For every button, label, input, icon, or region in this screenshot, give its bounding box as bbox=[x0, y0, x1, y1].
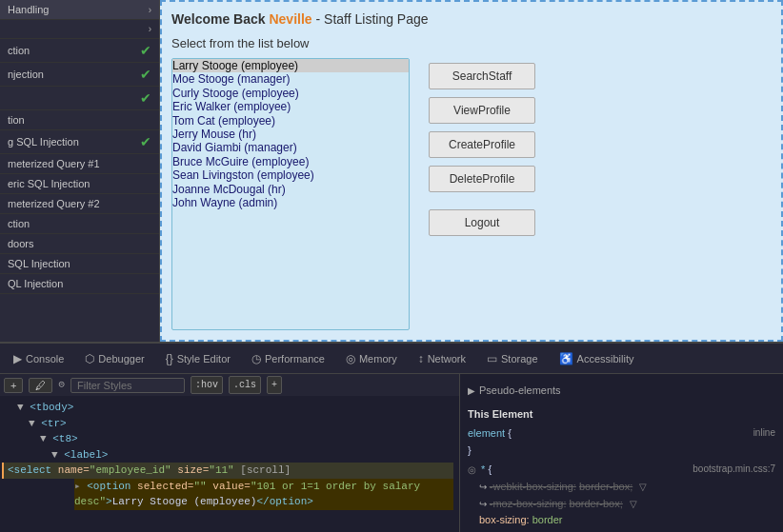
sidebar-item-sql2[interactable]: SQL Injection bbox=[0, 254, 159, 274]
arrow-icon: › bbox=[149, 5, 151, 15]
debugger-icon: ⬡ bbox=[85, 352, 94, 365]
sidebar-item-handling[interactable]: Handling › bbox=[0, 0, 159, 20]
staff-option-jerry[interactable]: Jerry Mouse (hr) bbox=[172, 128, 409, 141]
staff-option-bruce[interactable]: Bruce McGuire (employee) bbox=[172, 155, 409, 168]
devtools-panel: ▶ Console ⬡ Debugger {} Style Editor ◷ P… bbox=[0, 342, 783, 532]
style-panel-content: ▶ Pseudo-elements This Element element i… bbox=[460, 374, 783, 532]
delete-profile-button[interactable]: DeleteProfile bbox=[429, 166, 535, 192]
add-element-button[interactable]: + bbox=[4, 378, 23, 393]
sidebar: Handling › › ction ✔ njection ✔ ✔ tion g… bbox=[0, 0, 160, 342]
collapse-icon[interactable]: ▼ bbox=[40, 433, 47, 444]
css-prop-box-sizing: box-sizing: border bbox=[479, 512, 775, 529]
html-line-t8: ▼ <t8> bbox=[6, 431, 453, 447]
tab-style-editor[interactable]: {} Style Editor bbox=[156, 348, 240, 369]
css-prop-name: -webkit-box-sizing: bbox=[490, 481, 576, 492]
collapse-icon[interactable]: ▼ bbox=[29, 418, 35, 429]
sidebar-item-param-query2[interactable]: meterized Query #2 bbox=[0, 194, 159, 214]
welcome-rest: - Staff Listing Page bbox=[316, 11, 429, 27]
tab-debugger[interactable]: ⬡ Debugger bbox=[75, 348, 153, 369]
staff-option-sean[interactable]: Sean Livingston (employee) bbox=[172, 168, 409, 182]
css-prop-val: border-box; bbox=[579, 481, 632, 492]
staff-option-tom[interactable]: Tom Cat (employee) bbox=[172, 114, 409, 128]
select-label: Select from the list below bbox=[171, 36, 772, 50]
sidebar-item-injection[interactable]: njection ✔ bbox=[0, 63, 159, 87]
arrow-icon: › bbox=[149, 24, 151, 34]
sidebar-item-ql-injection[interactable]: QL Injection bbox=[0, 274, 159, 294]
view-profile-button[interactable]: ViewProfile bbox=[429, 97, 535, 124]
style-inspector: ▶ Pseudo-elements This Element element i… bbox=[459, 374, 783, 532]
accessibility-icon: ♿ bbox=[559, 352, 573, 365]
hov-button[interactable]: :hov bbox=[191, 376, 223, 394]
style-editor-icon: {} bbox=[166, 352, 173, 365]
plus-button[interactable]: + bbox=[267, 376, 282, 394]
check-icon: ✔ bbox=[140, 90, 151, 106]
staff-option-curly[interactable]: Curly Stooge (employee) bbox=[172, 87, 409, 100]
tab-console[interactable]: ▶ Console bbox=[4, 348, 73, 369]
welcome-bar: Welcome Back Neville - Staff Listing Pag… bbox=[171, 11, 772, 27]
css-star-selector: * bbox=[481, 463, 485, 475]
this-element-title: This Element bbox=[468, 406, 775, 424]
sidebar-item-label: eric SQL Injection bbox=[8, 178, 90, 189]
css-rule-star: ◎ * { bootstrap.min.css:7 ↪ -webkit-box-… bbox=[468, 462, 775, 528]
css-prop-name: box-sizing: bbox=[479, 514, 530, 525]
tab-network-label: Network bbox=[428, 353, 466, 365]
tab-debugger-label: Debugger bbox=[98, 353, 144, 365]
html-line-select[interactable]: <select name="employee_id" size="11" [sc… bbox=[2, 463, 453, 479]
sidebar-item-label: ction bbox=[8, 218, 30, 229]
console-icon: ▶ bbox=[13, 352, 22, 365]
sidebar-item-ction2[interactable]: ction bbox=[0, 214, 159, 234]
tab-network[interactable]: ↕ Network bbox=[409, 348, 475, 369]
staff-option-john[interactable]: John Wayne (admin) bbox=[172, 196, 409, 209]
sidebar-item-4[interactable]: ✔ bbox=[0, 87, 159, 110]
css-prop-moz: ↪ -moz-box-sizing: border-box; ▽ bbox=[479, 496, 775, 513]
filter-icon: ▽ bbox=[630, 499, 637, 509]
cls-button[interactable]: .cls bbox=[229, 376, 261, 394]
sidebar-item-label: meterized Query #2 bbox=[8, 198, 100, 209]
web-preview: Welcome Back Neville - Staff Listing Pag… bbox=[160, 0, 783, 342]
pseudo-elements-label: Pseudo-elements bbox=[479, 383, 561, 400]
css-rule-element: element inline { } bbox=[468, 425, 775, 459]
staff-option-joanne[interactable]: Joanne McDougal (hr) bbox=[172, 183, 409, 196]
check-icon: ✔ bbox=[140, 67, 151, 82]
collapse-icon[interactable]: ▼ bbox=[51, 449, 58, 461]
staff-option-larry[interactable]: Larry Stooge (employee) bbox=[172, 59, 409, 72]
sidebar-item-param-query1[interactable]: meterized Query #1 bbox=[0, 154, 159, 174]
css-brace: { bbox=[488, 463, 492, 475]
html-inspector: + 🖊 ⊝ :hov .cls + ▼ <tbody> ▼ <tr> ▼ <t8… bbox=[0, 374, 459, 532]
css-properties: ↪ -webkit-box-sizing: border-box; ▽ ↪ -m… bbox=[468, 479, 775, 529]
tab-accessibility[interactable]: ♿ Accessibility bbox=[550, 348, 644, 369]
tab-storage-label: Storage bbox=[501, 353, 538, 365]
logout-button[interactable]: Logout bbox=[429, 209, 535, 236]
search-staff-button[interactable]: SearchStaff bbox=[429, 63, 535, 89]
tab-memory[interactable]: ◎ Memory bbox=[336, 348, 407, 369]
pseudo-elements-section[interactable]: ▶ Pseudo-elements bbox=[468, 380, 775, 403]
sidebar-item-doors[interactable]: doors bbox=[0, 234, 159, 254]
welcome-name: Neville bbox=[269, 11, 311, 27]
tab-performance[interactable]: ◷ Performance bbox=[242, 348, 334, 369]
staff-option-eric[interactable]: Eric Walker (employee) bbox=[172, 100, 409, 113]
filter-styles-input[interactable] bbox=[70, 378, 185, 393]
sidebar-item-label: meterized Query #1 bbox=[8, 158, 100, 169]
tab-style-editor-label: Style Editor bbox=[177, 353, 231, 365]
sidebar-item-2[interactable]: › bbox=[0, 20, 159, 39]
sidebar-item-generic-sql[interactable]: eric SQL Injection bbox=[0, 174, 159, 194]
sidebar-item-label: QL Injection bbox=[8, 278, 63, 289]
sidebar-item-tion[interactable]: tion bbox=[0, 110, 159, 130]
pick-element-button[interactable]: 🖊 bbox=[29, 378, 52, 393]
sidebar-item-ction[interactable]: ction ✔ bbox=[0, 39, 159, 63]
sidebar-item-label: SQL Injection bbox=[8, 258, 70, 269]
collapse-icon[interactable]: ▼ bbox=[17, 402, 24, 413]
css-arrow-icon: ↪ bbox=[479, 482, 490, 492]
sidebar-item-sql-injection[interactable]: g SQL Injection ✔ bbox=[0, 130, 159, 154]
staff-select[interactable]: Larry Stooge (employee) Moe Stooge (mana… bbox=[171, 58, 410, 330]
welcome-bold: Welcome Back bbox=[171, 11, 266, 27]
css-expand-icon[interactable]: ◎ bbox=[468, 464, 476, 475]
content-body: Larry Stooge (employee) Moe Stooge (mana… bbox=[171, 58, 772, 330]
css-prop-webkit: ↪ -webkit-box-sizing: border-box; ▽ bbox=[479, 479, 775, 496]
staff-option-david[interactable]: David Giambi (manager) bbox=[172, 141, 409, 154]
create-profile-button[interactable]: CreateProfile bbox=[429, 131, 535, 158]
html-line-label: ▼ <label> bbox=[6, 447, 453, 463]
tab-performance-label: Performance bbox=[265, 353, 325, 365]
tab-storage[interactable]: ▭ Storage bbox=[477, 348, 548, 369]
staff-option-moe[interactable]: Moe Stooge (manager) bbox=[172, 72, 409, 86]
